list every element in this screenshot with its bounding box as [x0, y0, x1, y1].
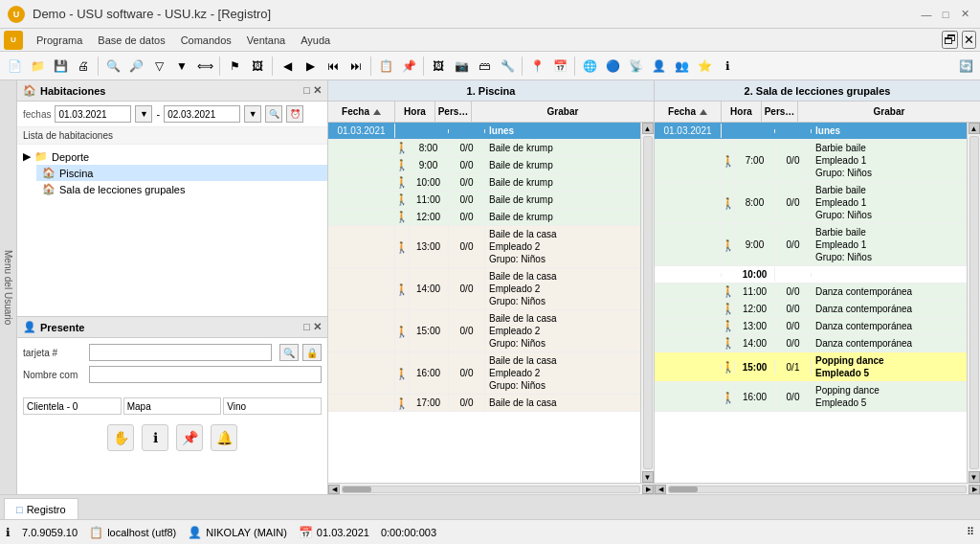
tb-img2[interactable]: 📷	[451, 56, 472, 77]
menu-restore-button[interactable]: 🗗	[942, 31, 958, 49]
date-clock-btn[interactable]: ⏰	[286, 105, 303, 123]
tb-last[interactable]: ⏭	[345, 56, 367, 77]
tarjeta-lock-btn[interactable]: 🔒	[302, 344, 322, 361]
menu-ventana[interactable]: Ventana	[239, 33, 293, 48]
tree-item-sala[interactable]: 🏠 Sala de lecciones grupales	[36, 181, 327, 197]
table-row[interactable]: 🚶 12:00 0/0 Danza contemporánea	[655, 301, 967, 318]
tb-next[interactable]: ▶	[300, 56, 321, 77]
col-pers-2[interactable]: Pers…	[762, 102, 798, 122]
hand-button[interactable]: ✋	[107, 424, 134, 451]
tarjeta-input[interactable]	[89, 344, 272, 361]
schedule-sala-hscroll[interactable]: ◀ ▶	[655, 483, 980, 494]
date-from-picker[interactable]: ▼	[135, 105, 152, 123]
minimize-button[interactable]: —	[919, 7, 934, 22]
tb-img1[interactable]: 🖼	[428, 56, 449, 77]
restore-button[interactable]: □	[938, 7, 953, 22]
menu-programa[interactable]: Programa	[29, 33, 90, 48]
tb-img3[interactable]: 🗃	[474, 56, 495, 77]
tb-open[interactable]: 📁	[27, 56, 48, 77]
col-pers-1[interactable]: Pers…	[435, 102, 472, 122]
tree-item-piscina[interactable]: 🏠 Piscina	[36, 165, 327, 181]
bell-button[interactable]: 🔔	[211, 424, 237, 451]
tb-paste[interactable]: 📌	[398, 56, 419, 77]
col-hora-1[interactable]: Hora	[395, 102, 435, 122]
tb-copy[interactable]: 📋	[375, 56, 396, 77]
presente-close-icon[interactable]: ✕	[313, 321, 322, 333]
table-row[interactable]: 01.03.2021 lunes	[655, 123, 967, 140]
table-row[interactable]: 10:00	[655, 266, 967, 283]
date-search-btn[interactable]: 🔍	[265, 105, 282, 123]
date-to-picker[interactable]: ▼	[244, 105, 261, 123]
habitaciones-restore-icon[interactable]: □	[303, 84, 310, 97]
tb-flag[interactable]: ⚑	[224, 56, 245, 77]
tb-globe[interactable]: 🌐	[579, 56, 600, 77]
tb-new[interactable]: 📄	[4, 56, 25, 77]
tb-info2[interactable]: ℹ	[717, 56, 738, 77]
tree-item-deporte[interactable]: ▶ 📁 Deporte	[17, 148, 327, 165]
table-row[interactable]: 🚶 9:00 0/0 Barbie baileEmpleado 1Grupo: …	[655, 224, 967, 266]
tb-calendar[interactable]: 📅	[549, 56, 570, 77]
window-controls[interactable]: — □ ✕	[919, 7, 972, 22]
tb-help[interactable]: 🔄	[955, 56, 976, 77]
tab-registro[interactable]: □ Registro	[4, 498, 78, 519]
tb-sort[interactable]: ⟺	[194, 56, 215, 77]
nombre-input[interactable]	[89, 366, 322, 383]
menu-base-datos[interactable]: Base de datos	[90, 33, 172, 48]
table-row[interactable]: 🚶 16:00 0/0 Baile de la casaEmpleado 2Gr…	[328, 352, 640, 395]
table-row[interactable]: 🚶 15:00 0/0 Baile de la casaEmpleado 2Gr…	[328, 310, 640, 352]
tb-circle[interactable]: 🔵	[602, 56, 623, 77]
tb-users[interactable]: 👥	[671, 56, 692, 77]
status-resize[interactable]: ⠿	[967, 526, 974, 538]
tb-filter2[interactable]: ▼	[171, 56, 192, 77]
pin-button[interactable]: 📌	[176, 424, 203, 451]
menu-close-button[interactable]: ✕	[962, 31, 976, 49]
tb-first[interactable]: ⏮	[323, 56, 344, 77]
schedule-sala-scrollbar[interactable]: ▲ ▼	[967, 123, 980, 483]
tb-search[interactable]: 🔍	[102, 56, 123, 77]
table-row[interactable]: 🚶 11:00 0/0 Danza contemporánea	[655, 283, 967, 301]
tb-img4[interactable]: 🔧	[497, 56, 518, 77]
menu-ayuda[interactable]: Ayuda	[293, 33, 338, 48]
table-row[interactable]: 🚶 13:00 0/0 Baile de la casaEmpleado 2Gr…	[328, 226, 640, 268]
tb-map[interactable]: 📍	[526, 56, 547, 77]
date-to-input[interactable]	[164, 105, 240, 123]
tarjeta-search-btn[interactable]: 🔍	[279, 344, 299, 361]
col-fecha-1[interactable]: Fecha	[328, 102, 395, 122]
tb-print[interactable]: 🖨	[73, 56, 94, 77]
tb-prev[interactable]: ◀	[277, 56, 298, 77]
schedule-piscina-hscroll[interactable]: ◀ ▶	[328, 483, 654, 494]
table-row[interactable]: 🚶 15:00 0/1 Popping danceEmpleado 5	[655, 352, 967, 382]
table-row[interactable]: 🚶 7:00 0/0 Barbie baileEmpleado 1Grupo: …	[655, 140, 967, 182]
tb-filter[interactable]: ▽	[148, 56, 169, 77]
table-row[interactable]: 🚶 17:00 0/0 Baile de la casa	[328, 395, 640, 412]
info-button[interactable]: ℹ	[142, 424, 168, 451]
tb-save[interactable]: 💾	[50, 56, 71, 77]
close-button[interactable]: ✕	[957, 7, 972, 22]
tb-image[interactable]: 🖼	[247, 56, 268, 77]
menu-comandos[interactable]: Comandos	[173, 33, 239, 48]
tb-star[interactable]: ⭐	[694, 56, 715, 77]
col-grabar-2[interactable]: Grabar	[798, 102, 980, 122]
presente-restore-icon[interactable]: □	[303, 321, 310, 333]
habitaciones-close-icon[interactable]: ✕	[313, 84, 322, 97]
tb-find[interactable]: 🔎	[125, 56, 146, 77]
table-row[interactable]: 🚶 14:00 0/0 Danza contemporánea	[655, 335, 967, 352]
col-fecha-2[interactable]: Fecha	[655, 102, 722, 122]
table-row[interactable]: 🚶 11:00 0/0 Baile de krump	[328, 192, 640, 209]
hscroll-track-2[interactable]	[668, 486, 967, 493]
table-row[interactable]: 🚶 9:00 0/0 Baile de krump	[328, 157, 640, 174]
tb-rss[interactable]: 📡	[625, 56, 646, 77]
table-row[interactable]: 🚶 13:00 0/0 Danza contemporánea	[655, 318, 967, 335]
schedule-piscina-scrollbar[interactable]: ▲ ▼	[640, 123, 654, 483]
col-grabar-1[interactable]: Grabar	[472, 102, 654, 122]
table-row[interactable]: 🚶 14:00 0/0 Baile de la casaEmpleado 2Gr…	[328, 268, 640, 310]
table-row[interactable]: 🚶 12:00 0/0 Baile de krump	[328, 209, 640, 226]
date-from-input[interactable]	[55, 105, 131, 123]
table-row[interactable]: 🚶 8:00 0/0 Barbie baileEmpleado 1Grupo: …	[655, 182, 967, 224]
hscroll-track[interactable]	[342, 486, 640, 493]
table-row[interactable]: 01.03.2021 lunes	[328, 123, 640, 140]
table-row[interactable]: 🚶 10:00 0/0 Baile de krump	[328, 174, 640, 192]
col-hora-2[interactable]: Hora	[722, 102, 762, 122]
tb-user[interactable]: 👤	[648, 56, 669, 77]
table-row[interactable]: 🚶 8:00 0/0 Baile de krump	[328, 140, 640, 157]
